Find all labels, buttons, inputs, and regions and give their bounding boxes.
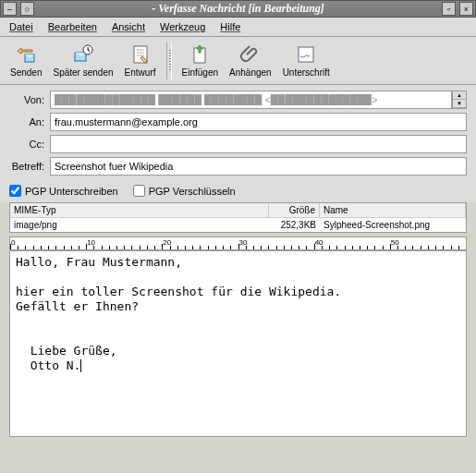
from-label: Von: [9,94,50,105]
window-title: - Verfasse Nachricht [in Bearbeitung] [36,2,440,16]
menubar: Datei Bearbeiten Ansicht Werkzeug Hilfe [0,18,476,37]
from-field[interactable] [50,91,452,109]
close-button[interactable]: × [459,2,473,16]
attach-button[interactable]: Anhängen [225,40,276,82]
pgp-encrypt-check[interactable]: PGP Verschlüsseln [133,185,236,197]
cc-field[interactable] [50,135,467,153]
from-selector[interactable]: ▲▼ [452,91,467,109]
insert-button[interactable]: Einfügen [177,40,223,82]
minimize-button[interactable]: ▫ [442,2,456,16]
to-field[interactable] [50,113,467,131]
clock-mail-icon [72,43,94,66]
subject-label: Betreff: [9,161,50,172]
attachment-list[interactable]: MIME-Typ Größe Name image/png 252,3KB Sy… [9,202,467,233]
attachment-row[interactable]: image/png 252,3KB Sylpheed-Screenshot.pn… [10,218,466,232]
pgp-options: PGP Unterschreiben PGP Verschlüsseln [0,183,476,202]
menu-view[interactable]: Ansicht [106,19,151,34]
titlebar: – ○ - Verfasse Nachricht [in Bearbeitung… [0,0,476,18]
col-mime[interactable]: MIME-Typ [10,203,269,217]
message-body[interactable]: Hallo, Frau Mustermann, hier ein toller … [9,250,467,437]
svg-rect-5 [299,47,313,62]
menu-edit[interactable]: Bearbeiten [43,19,103,34]
send-later-button[interactable]: Später senden [48,40,117,82]
menu-file[interactable]: Datei [4,19,39,34]
toolbar-separator [166,42,172,79]
insert-icon [189,43,211,66]
window-pin-button[interactable]: ○ [20,2,34,16]
menu-tools[interactable]: Werkzeug [154,19,211,34]
draft-icon [129,43,152,66]
paperclip-icon [239,43,262,66]
header-fields: Von: ▲▼ An: Cc: Betreff: [0,85,476,183]
send-button[interactable]: Senden [6,40,46,82]
window-menu-button[interactable]: – [3,2,17,16]
pgp-sign-check[interactable]: PGP Unterschreiben [9,185,118,197]
draft-button[interactable]: Entwurf [120,40,161,82]
toolbar: Senden Später senden Entwurf Einfügen An… [0,37,476,85]
text-cursor [80,359,81,372]
send-icon [15,43,37,66]
signature-button[interactable]: Unterschrift [278,40,335,82]
ruler: 0102030405060 [9,236,467,250]
subject-field[interactable] [50,157,467,176]
col-size[interactable]: Größe [269,203,320,217]
to-label: An: [9,116,50,127]
cc-label: Cc: [9,139,50,150]
col-name[interactable]: Name [320,203,466,217]
signature-icon [295,43,317,66]
menu-help[interactable]: Hilfe [214,19,246,34]
